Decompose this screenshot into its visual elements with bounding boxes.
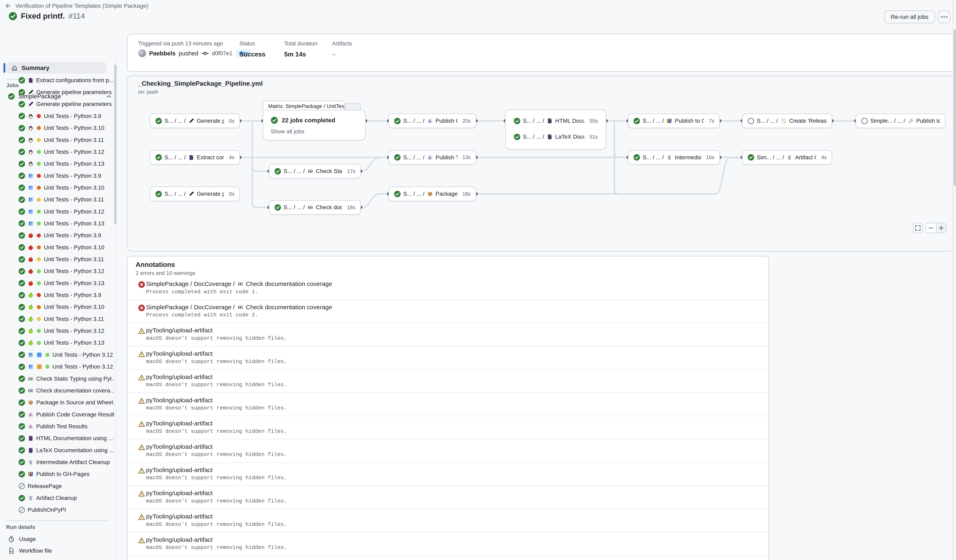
trash-icon <box>666 154 673 160</box>
avatar[interactable] <box>138 49 146 57</box>
sidebar-job-generate-pipeline-parameters[interactable]: Generate pipeline parameters <box>0 86 114 98</box>
penguin-icon <box>28 137 34 143</box>
graph-node-check-static-typing[interactable]: S... / ... /Check Static Ty...17s <box>269 164 361 179</box>
sidebar-job-extract-configurations-from-p...[interactable]: Extract configurations from p... <box>0 74 114 86</box>
sidebar-job-unit-tests-python-3.12[interactable]: Unit Tests - Python 3.12 <box>0 146 114 158</box>
run-number: #114 <box>69 12 85 20</box>
sidebar-job-check-static-typing-using-pyt...[interactable]: Check Static Typing using Pyt... <box>0 373 114 384</box>
success-icon <box>19 173 25 179</box>
sidebar-job-unit-tests-python-3.13[interactable]: Unit Tests - Python 3.13 <box>0 337 114 349</box>
sidebar-job-unit-tests-python-3.9[interactable]: Unit Tests - Python 3.9 <box>0 110 114 122</box>
page-scrollbar-thumb[interactable] <box>954 30 956 186</box>
sidebar-job-unit-tests-python-3.10[interactable]: Unit Tests - Python 3.10 <box>0 301 114 313</box>
sidebar-job-unit-tests-python-3.9[interactable]: Unit Tests - Python 3.9 <box>0 170 114 182</box>
commit-hash[interactable]: d0f07e1 <box>212 50 233 56</box>
fullscreen-button[interactable] <box>913 223 923 233</box>
sidebar-job-generate-pipeline-parameters[interactable]: Generate pipeline parameters <box>0 98 114 110</box>
zoom-in-button[interactable] <box>936 223 946 232</box>
graph-node-html-documentation[interactable]: S... / ... /HTML Docume...55s <box>509 114 603 128</box>
sidebar-job-intermediate-artifact-cleanup[interactable]: Intermediate Artifact Cleanup <box>0 456 114 468</box>
apple-green-icon <box>28 340 34 346</box>
sidebar-item-summary[interactable]: Summary <box>6 62 106 74</box>
sidebar-job-unit-tests-python-3.9[interactable]: Unit Tests - Python 3.9 <box>0 229 114 242</box>
sidebar-job-publish-test-results[interactable]: Publish Test Results <box>0 420 114 432</box>
page-scrollbar[interactable] <box>952 0 956 560</box>
penguin-icon <box>28 149 34 155</box>
graph-node-latex-documentation[interactable]: S... / ... /LaTeX Docume...51s <box>509 130 603 144</box>
memo-icon <box>780 118 786 124</box>
annotation-title[interactable]: pyTooling/upload-artifact <box>146 420 212 427</box>
graph-node-publish-gh-pages[interactable]: S... / ... /Publish to GH-P...7s <box>628 113 720 128</box>
graph-node-gen-params-1[interactable]: S... / ... /Generate pipelin...0s <box>150 113 240 128</box>
warning-icon <box>138 374 145 381</box>
sidebar-scrollbar-thumb[interactable] <box>114 64 116 224</box>
graph-node-publish-pypi[interactable]: Simple... / ... /Publish to PyPI <box>855 113 946 128</box>
sidebar-job-unit-tests-python-3.12[interactable]: Unit Tests - Python 3.12 <box>0 325 114 337</box>
node-duration: 0s <box>226 118 234 124</box>
sidebar-job-unit-tests-python-3.12[interactable]: Unit Tests - Python 3.12 <box>0 349 114 361</box>
sidebar-job-unit-tests-python-3.11[interactable]: Unit Tests - Python 3.11 <box>0 253 114 265</box>
annotation-title[interactable]: pyTooling/upload-artifact <box>146 536 212 543</box>
sidebar-item-usage[interactable]: Usage <box>8 533 36 545</box>
annotation-title[interactable]: pyTooling/upload-artifact <box>146 373 212 380</box>
actor-name[interactable]: Paebbels <box>149 50 176 57</box>
matrix-tab[interactable]: Matrix: SimplePackage / UnitTest... <box>263 100 345 111</box>
job-label: Unit Tests - Python 3.11 <box>44 256 104 263</box>
sidebar-job-publishonpypi[interactable]: PublishOnPyPI <box>0 504 114 516</box>
sidebar-job-unit-tests-python-3.13[interactable]: Unit Tests - Python 3.13 <box>0 158 114 170</box>
sidebar-job-unit-tests-python-3.13[interactable]: Unit Tests - Python 3.13 <box>0 218 114 229</box>
sidebar-job-package-in-source-and-wheel...[interactable]: Package in Source and Wheel... <box>0 397 114 408</box>
sidebar-job-unit-tests-python-3.12[interactable]: Unit Tests - Python 3.12 <box>0 265 114 277</box>
graph-node-create-release-page[interactable]: S... / ... /Create 'Release Pa... <box>742 113 832 128</box>
annotation-title[interactable]: SimplePackage / DocCoverage /Check docum… <box>146 281 332 287</box>
sidebar-job-check-documentation-covera...[interactable]: Check documentation covera... <box>0 385 114 397</box>
penguin-icon <box>28 113 34 119</box>
sidebar-job-publish-to-gh-pages[interactable]: Publish to GH-Pages <box>0 468 114 480</box>
annotation-title[interactable]: pyTooling/upload-artifact <box>146 397 212 404</box>
more-options-button[interactable] <box>937 11 950 23</box>
sidebar-job-unit-tests-python-3.10[interactable]: Unit Tests - Python 3.10 <box>0 182 114 194</box>
sidebar-job-unit-tests-python-3.11[interactable]: Unit Tests - Python 3.11 <box>0 194 114 205</box>
graph-node-publish-code-coverage[interactable]: S... / ... /Publish Code C...20s <box>388 113 476 128</box>
graph-node-package-source-wheel[interactable]: S... / ... /Package in Sou...18s <box>388 187 476 201</box>
annotation-title[interactable]: pyTooling/upload-artifact <box>146 513 212 520</box>
sidebar-job-html-documentation-using-...[interactable]: HTML Documentation using ... <box>0 432 114 444</box>
annotation-title[interactable]: pyTooling/upload-artifact <box>146 489 212 497</box>
sidebar-job-unit-tests-python-3.10[interactable]: Unit Tests - Python 3.10 <box>0 242 114 253</box>
graph-node-extract-config[interactable]: S... / ... /Extract configur...4s <box>150 150 240 165</box>
matrix-card[interactable]: 22 jobs completed Show all jobs <box>263 110 366 141</box>
sidebar-job-releasepage[interactable]: ReleasePage <box>0 480 114 492</box>
sidebar-job-unit-tests-python-3.10[interactable]: Unit Tests - Python 3.10 <box>0 122 114 134</box>
sidebar-job-publish-code-coverage-results[interactable]: Publish Code Coverage Results <box>0 408 114 420</box>
sidebar-job-unit-tests-python-3.13[interactable]: Unit Tests - Python 3.13 <box>0 277 114 289</box>
annotation-title[interactable]: pyTooling/upload-artifact <box>146 350 212 357</box>
sidebar-job-unit-tests-python-3.12[interactable]: Unit Tests - Python 3.12 <box>0 205 114 217</box>
annotation-title[interactable]: SimplePackage / DocCoverage /Check docum… <box>146 304 332 311</box>
sidebar-job-unit-tests-python-3.11[interactable]: Unit Tests - Python 3.11 <box>0 134 114 146</box>
sidebar-job-unit-tests-python-3.11[interactable]: Unit Tests - Python 3.11 <box>0 313 114 325</box>
breadcrumb-link[interactable]: Verification of Pipeline Templates (Simp… <box>15 2 149 9</box>
job-label: Publish Code Coverage Results <box>36 411 114 418</box>
graph-node-check-doc-coverage[interactable]: S... / ... /Check docume...18s <box>269 200 361 215</box>
zoom-out-button[interactable] <box>926 223 936 232</box>
job-label: Publish Test Results <box>36 423 88 430</box>
back-arrow-icon[interactable] <box>5 2 12 9</box>
annotation-title[interactable]: pyTooling/upload-artifact <box>146 327 212 334</box>
sidebar-item-workflow-file[interactable]: Workflow file <box>8 545 52 557</box>
zoom-control <box>926 223 947 233</box>
graph-node-intermediate-artifact-cleanup[interactable]: S... / ... /Intermediate A...16s <box>628 150 720 165</box>
graph-node-artifact-cleanup[interactable]: Sim... / ... /Artifact Cleanup4s <box>742 150 832 165</box>
rerun-all-jobs-button[interactable]: Re-run all jobs <box>884 11 935 23</box>
sidebar-scrollbar[interactable] <box>114 56 117 560</box>
show-all-jobs-link[interactable]: Show all jobs <box>270 128 304 135</box>
sidebar-job-unit-tests-python-3.12[interactable]: Unit Tests - Python 3.12 <box>0 361 114 373</box>
sidebar-job-unit-tests-python-3.9[interactable]: Unit Tests - Python 3.9 <box>0 289 114 301</box>
windows-icon <box>28 364 34 370</box>
sidebar-job-latex-documentation-using-...[interactable]: LaTeX Documentation using ... <box>0 444 114 456</box>
graph-node-gen-params-2[interactable]: S... / ... /Generate pipelin...0s <box>150 187 240 201</box>
sidebar-job-artifact-cleanup[interactable]: Artifact Cleanup <box>0 492 114 504</box>
annotation-title[interactable]: pyTooling/upload-artifact <box>146 443 212 450</box>
graph-node-publish-test-results[interactable]: S... / ... /Publish Test Re...13s <box>388 150 476 165</box>
annotation-title[interactable]: pyTooling/upload-artifact <box>146 466 212 474</box>
apple-green-icon <box>28 292 34 298</box>
